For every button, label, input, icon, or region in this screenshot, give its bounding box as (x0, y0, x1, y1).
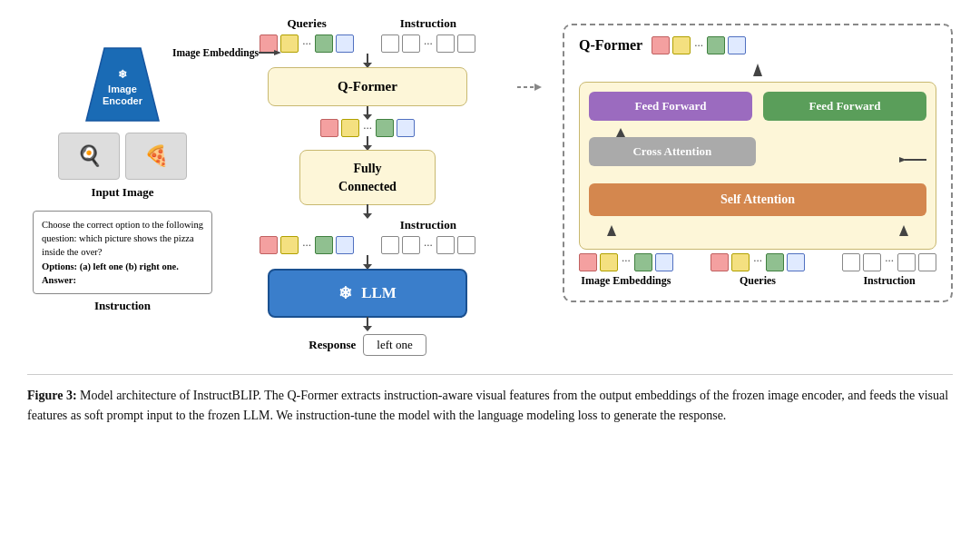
arrow-svg-4 (363, 204, 372, 219)
dashed-connector (517, 69, 544, 105)
q-rdots: ··· (753, 253, 762, 271)
qformer-detail-title: Q-Former (579, 37, 642, 54)
img-embed-tokens: ··· (579, 253, 673, 271)
arrow-to-fc (363, 137, 372, 150)
bitok-2 (402, 236, 420, 254)
bottom-query-tokens: ··· (260, 236, 354, 254)
arrow-from-right (899, 155, 926, 164)
options-text: Options: (a) left one (b) right one. (42, 261, 179, 271)
out-token-4 (397, 119, 415, 137)
instruction-top-label: Instruction (400, 16, 456, 31)
q-rtok-4 (787, 253, 805, 271)
qformer-label: Q-Former (338, 79, 397, 94)
dots-q: ··· (302, 36, 311, 51)
bottom-instruction-tokens: ··· (381, 236, 475, 254)
ie-dots: ··· (622, 253, 631, 271)
caption-text: Model architecture of InstructBLIP. The … (27, 389, 948, 422)
token-i2 (402, 34, 420, 53)
bottom-inputs-row: ··· Instruction ··· (260, 218, 475, 254)
response-value: left one (377, 338, 412, 351)
oven-image-2: 🍕 (125, 133, 187, 180)
arrow-fc-out (363, 205, 372, 218)
arrow-svg-5 (363, 255, 372, 270)
output-tokens: ··· (320, 119, 415, 137)
inst-rdots: ··· (885, 253, 894, 271)
image-embeddings-group-right: ··· Image Embeddings (579, 253, 673, 288)
btok-2 (280, 236, 299, 254)
fully-connected-box: FullyConnected (299, 150, 436, 205)
arrow-up-right (899, 225, 908, 236)
ie-tok-1 (579, 253, 597, 271)
feed-forward-2-box: Feed Forward (763, 92, 926, 121)
instruction-tokens-top: ··· (381, 34, 475, 53)
cross-attention-row: Cross Attention (589, 128, 926, 173)
left-panel: ❄ Image Encoder 🍳 🍕 Input Image Choose t… (27, 16, 218, 313)
svg-text:Image: Image (108, 84, 137, 94)
queries-bottom-label: Queries (740, 274, 776, 288)
out-token-1 (320, 119, 338, 137)
input-images-row: 🍳 🍕 (58, 133, 187, 180)
svg-marker-25 (607, 225, 616, 236)
llm-snowflake-icon: ❄ (338, 283, 352, 303)
answer-label: Answer: (42, 275, 76, 285)
bottom-arrows-row (589, 225, 926, 236)
bottom-inputs-right: ··· Image Embeddings ··· (579, 253, 936, 288)
ie-tok-3 (634, 253, 652, 271)
response-box: left one (363, 334, 426, 356)
out-token-3 (376, 119, 394, 137)
arrow-to-qformer (363, 54, 372, 67)
image-embeddings-group: Image Embeddings (172, 47, 286, 58)
svg-marker-26 (899, 225, 908, 236)
instruction-tokens-right: ··· (842, 253, 936, 271)
caption-area: Figure 3: Model architecture of Instruct… (27, 374, 953, 425)
left-instruction-label: Instruction (94, 299, 151, 313)
arrow-svg-3 (363, 136, 372, 151)
arrow-svg-2 (363, 105, 372, 120)
token-i3 (436, 34, 455, 53)
q-rtok-1 (710, 253, 729, 271)
svg-marker-22 (616, 128, 625, 137)
image-encoder-shape: ❄ Image Encoder (82, 44, 163, 125)
self-attention-label: Self Attention (720, 192, 795, 206)
dots-i: ··· (424, 36, 433, 51)
diagram-area: ❄ Image Encoder 🍳 🍕 Input Image Choose t… (27, 16, 953, 356)
instruction-group-right: ··· Instruction (842, 253, 936, 288)
bitok-4 (457, 236, 475, 254)
arrow-svg-6 (363, 317, 372, 331)
image-embeddings-bottom-label: Image Embeddings (581, 274, 671, 288)
token-q4 (336, 34, 354, 53)
inst-rtok-4 (918, 253, 936, 271)
inst-rtok-2 (863, 253, 881, 271)
out-token-2 (341, 119, 359, 137)
h-arrow-embed (259, 48, 286, 57)
svg-text:Encoder: Encoder (103, 95, 143, 106)
response-row: Response left one (309, 334, 426, 356)
bitok-1 (381, 236, 399, 254)
arrow-to-llm (363, 256, 372, 269)
instruction-text-box: Choose the correct option to the followi… (33, 211, 212, 294)
svg-marker-24 (899, 157, 906, 163)
connector-area (517, 16, 544, 105)
cross-attention-box: Cross Attention (589, 137, 756, 166)
inst-rtok-1 (842, 253, 860, 271)
queries-label: Queries (287, 16, 326, 31)
image-embeddings-label: Image Embeddings (172, 47, 259, 58)
caption-figure-num: Figure 3: (27, 389, 77, 402)
bitok-3 (436, 236, 455, 254)
arrow-svg-up (753, 64, 762, 76)
llm-label: LLM (361, 284, 397, 302)
bidots: ··· (424, 238, 433, 252)
arrow-ca-up (616, 128, 625, 137)
arrow-qformer-out (363, 106, 372, 119)
arrow-up-left (607, 225, 616, 236)
q-rtok-3 (766, 253, 784, 271)
llm-box: ❄ LLM (268, 269, 467, 318)
ff-row: Feed Forward Feed Forward (589, 92, 926, 121)
feed-forward-1-box: Feed Forward (589, 92, 752, 121)
arrow-to-output (579, 64, 936, 76)
svg-text:❄: ❄ (118, 68, 127, 81)
fully-connected-label: FullyConnected (338, 162, 397, 193)
input-image-label: Input Image (92, 185, 154, 200)
image-encoder-block: ❄ Image Encoder 🍳 🍕 Input Image (58, 44, 187, 200)
btok-4 (336, 236, 354, 254)
